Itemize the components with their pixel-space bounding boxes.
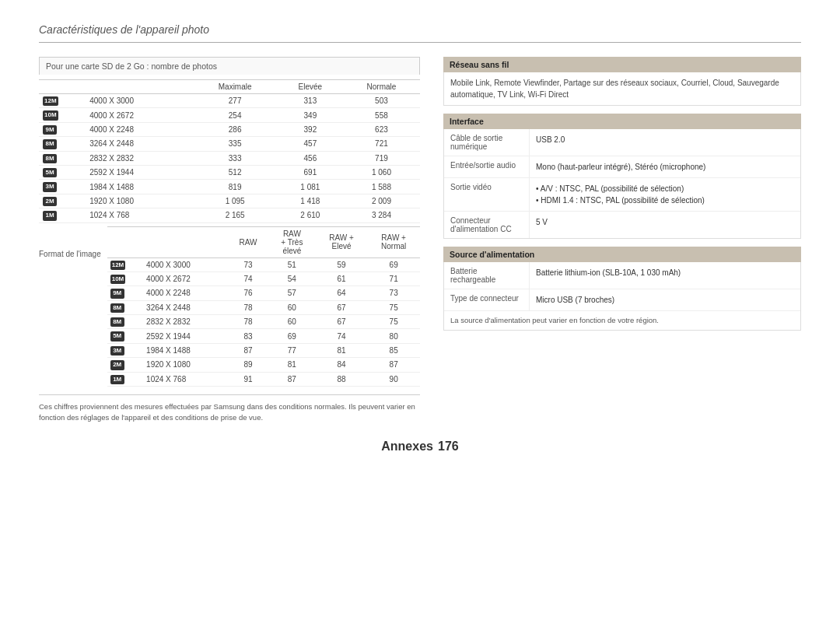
photo-row: 5M 2592 X 1944 512 691 1 060 (39, 165, 420, 179)
row-res: 1920 X 1080 (86, 194, 192, 208)
row-res: 4000 X 2248 (86, 122, 192, 136)
video-value: A/V : NTSC, PAL (possibilité de sélectio… (530, 178, 800, 211)
connector-label: Connecteur d'alimentation CC (444, 212, 530, 238)
row-elev: 456 (278, 151, 343, 165)
photo-row: 8M 2832 X 2832 333 456 719 (39, 151, 420, 165)
row-norm: 3 284 (343, 208, 420, 222)
row-res: 3264 X 2448 (86, 137, 192, 151)
row-max: 1 095 (192, 194, 277, 208)
reseau-header: Réseau sans fil (443, 57, 801, 72)
left-section: Pour une carte SD de 2 Go : nombre de ph… (39, 57, 420, 424)
raw-row: 2M 1920 X 1080 89 81 84 87 (107, 358, 420, 372)
raw-row-raw: 87 (228, 343, 268, 357)
type-connector-row: Type de connecteur Micro USB (7 broches) (444, 289, 800, 311)
raw-row-icon: 9M (107, 286, 143, 300)
raw-row-elev: 61 (316, 271, 368, 285)
raw-row-tres: 77 (268, 343, 316, 357)
raw-col-raw: RAW (228, 226, 268, 257)
raw-row-res: 4000 X 2672 (143, 271, 228, 285)
raw-row-elev: 64 (316, 286, 368, 300)
raw-row-icon: 10M (107, 271, 143, 285)
raw-row-res: 4000 X 2248 (143, 286, 228, 300)
raw-row-raw: 73 (228, 257, 268, 271)
row-icon: 8M (39, 137, 86, 151)
interface-body: Câble de sortie numérique USB 2.0 Entrée… (443, 129, 801, 239)
raw-row-elev: 59 (316, 257, 368, 271)
battery-value: Batterie lithium-ion (SLB-10A, 1 030 mAh… (530, 262, 800, 289)
photo-row: 9M 4000 X 2248 286 392 623 (39, 122, 420, 136)
raw-table: RAW RAW+ Trèsélevé RAW +Elevé RAW +Norma… (107, 226, 420, 387)
raw-section: Format de l'image RAW RAW+ Trèsélevé RAW… (39, 226, 420, 387)
raw-row: 5M 2592 X 1944 83 69 74 80 (107, 329, 420, 343)
row-max: 819 (192, 180, 277, 194)
connector-row: Connecteur d'alimentation CC 5 V (444, 212, 800, 238)
raw-row-tres: 57 (268, 286, 316, 300)
row-icon: 3M (39, 180, 86, 194)
type-connector-label: Type de connecteur (444, 289, 530, 310)
raw-row-res: 2832 X 2832 (143, 315, 228, 329)
raw-row-icon: 1M (107, 372, 143, 386)
row-elev: 457 (278, 137, 343, 151)
raw-row-elev: 88 (316, 372, 368, 386)
col-max: Maximale (192, 80, 277, 94)
raw-row-elev: 67 (316, 315, 368, 329)
raw-row-elev: 67 (316, 300, 368, 314)
raw-col-elev: RAW +Elevé (316, 226, 368, 257)
raw-row: 8M 2832 X 2832 78 60 67 75 (107, 315, 420, 329)
page-footer: Annexes 176 (39, 440, 801, 454)
raw-row-tres: 81 (268, 358, 316, 372)
photo-row: 12M 4000 X 3000 277 313 503 (39, 94, 420, 108)
video-label: Sortie vidéo (444, 178, 530, 211)
raw-row-icon: 8M (107, 300, 143, 314)
raw-row-norm: 80 (367, 329, 420, 343)
row-icon: 12M (39, 94, 86, 108)
raw-row-tres: 87 (268, 372, 316, 386)
row-res: 4000 X 2672 (86, 108, 192, 122)
row-max: 335 (192, 137, 277, 151)
format-label: Format de l'image (39, 250, 101, 258)
battery-label: Batterie rechargeable (444, 262, 530, 289)
raw-row-tres: 51 (268, 257, 316, 271)
row-norm: 1 588 (343, 180, 420, 194)
raw-row-raw: 83 (228, 329, 268, 343)
photo-row: 8M 3264 X 2448 335 457 721 (39, 137, 420, 151)
page: Caractéristiques de l'appareil photo Pou… (0, 0, 840, 469)
power-header: Source d'alimentation (443, 247, 801, 262)
raw-row: 8M 3264 X 2448 78 60 67 75 (107, 300, 420, 314)
row-res: 2832 X 2832 (86, 151, 192, 165)
row-res: 1984 X 1488 (86, 180, 192, 194)
row-res: 1024 X 768 (86, 208, 192, 222)
raw-row-norm: 69 (367, 257, 420, 271)
raw-row-raw: 89 (228, 358, 268, 372)
row-norm: 623 (343, 122, 420, 136)
raw-row-norm: 73 (367, 286, 420, 300)
col-norm: Normale (343, 80, 420, 94)
raw-row-res: 4000 X 3000 (143, 257, 228, 271)
raw-row-res: 2592 X 1944 (143, 329, 228, 343)
row-icon: 1M (39, 208, 86, 222)
raw-row-elev: 81 (316, 343, 368, 357)
row-max: 277 (192, 94, 277, 108)
raw-row: 10M 4000 X 2672 74 54 61 71 (107, 271, 420, 285)
raw-row-res: 3264 X 2448 (143, 300, 228, 314)
right-section: Réseau sans fil Mobile Link, Remote View… (443, 57, 801, 424)
footnote: Ces chiffres proviennent des mesures eff… (39, 394, 420, 424)
cable-row: Câble de sortie numérique USB 2.0 (444, 129, 800, 156)
row-res: 4000 X 3000 (86, 94, 192, 108)
reseau-body: Mobile Link, Remote Viewfinder, Partage … (443, 72, 801, 106)
raw-row-tres: 69 (268, 329, 316, 343)
row-norm: 558 (343, 108, 420, 122)
footer-page: 176 (438, 440, 459, 453)
raw-row-icon: 2M (107, 358, 143, 372)
row-icon: 5M (39, 165, 86, 179)
row-max: 512 (192, 165, 277, 179)
content-area: Pour une carte SD de 2 Go : nombre de ph… (39, 57, 801, 424)
col-res (86, 80, 192, 94)
raw-col-norm: RAW +Normal (367, 226, 420, 257)
page-title: Caractéristiques de l'appareil photo (39, 23, 801, 43)
row-max: 286 (192, 122, 277, 136)
raw-row-icon: 5M (107, 329, 143, 343)
raw-row-icon: 3M (107, 343, 143, 357)
cable-value: USB 2.0 (530, 129, 800, 156)
raw-row-elev: 84 (316, 358, 368, 372)
